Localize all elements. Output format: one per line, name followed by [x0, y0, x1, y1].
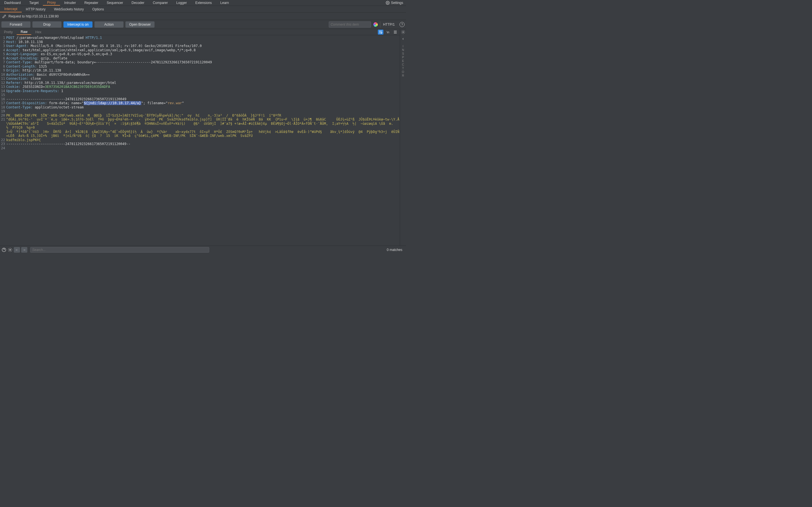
code-line[interactable]: 21^dÚÁi.b½"9i-' uvÍ¨º´´è,u ï@ê¤.5;1ñ7ò-3… [0, 117, 400, 130]
code-line[interactable]: 7Content-Type: multipart/form-data; boun… [0, 60, 400, 64]
settings-button[interactable]: Settings [383, 0, 406, 6]
intercept-toggle-button[interactable]: Intercept is on [63, 21, 93, 27]
bottom-bar: ← → 0 matches [0, 245, 406, 253]
line-number: 13 [0, 85, 6, 89]
line-number: 22 [0, 138, 6, 142]
highlight-color-picker[interactable] [373, 22, 378, 27]
line-content: Referer: http://10.10.11.138/;param=valu… [6, 81, 400, 85]
main-tab-decoder[interactable]: Decoder [128, 0, 149, 6]
line-number: 19 [0, 109, 6, 114]
line-number: 17 [0, 101, 6, 105]
code-line[interactable]: 14Upgrade-Insecure-Requests: 1 [0, 89, 400, 93]
code-line[interactable]: 4Accept: text/html,application/xhtml+xml… [0, 48, 400, 52]
main-tab-comparer[interactable]: Comparer [149, 0, 172, 6]
line-number: 5 [0, 52, 6, 56]
editor-view-tabs: PrettyRawHex \n [0, 29, 400, 35]
code-line[interactable]: 19 [0, 109, 400, 114]
code-line[interactable]: 1POST /;param=value/manager/html/upload … [0, 36, 400, 40]
wrap-toggle-icon[interactable] [378, 30, 384, 35]
open-browser-button[interactable]: Open Browser [125, 21, 154, 27]
code-line[interactable]: 11Connection: close [0, 76, 400, 81]
code-line[interactable]: 20PK $WEB-INF/PK SÏN¨·WEB-INF/web.xmlm M… [0, 114, 400, 118]
sub-tab-intercept[interactable]: Intercept [0, 6, 22, 12]
search-next-button[interactable]: → [21, 247, 28, 252]
editor-tab-pretty[interactable]: Pretty [0, 29, 17, 35]
code-line[interactable]: 8Content-Length: 1325 [0, 64, 400, 69]
code-line[interactable]: 9Origin: http://10.10.11.138 [0, 68, 400, 73]
code-line[interactable]: 16-----------------------------247811292… [0, 97, 400, 101]
edit-icon [2, 14, 6, 18]
line-content: Authorization: Basic dG9tY2F0OnRvbWNhdA=… [6, 73, 400, 77]
line-number: 18 [0, 105, 6, 110]
line-number [0, 130, 6, 138]
main-tab-target[interactable]: Target [25, 0, 43, 6]
line-number: 8 [0, 64, 6, 69]
code-line[interactable]: 3User-Agent: Mozilla/5.0 (Macintosh; Int… [0, 44, 400, 48]
settings-label: Settings [391, 1, 403, 5]
main-tab-intruder[interactable]: Intruder [60, 0, 80, 6]
line-content: -----------------------------24781129232… [6, 142, 400, 146]
gear-icon [386, 1, 390, 5]
help-icon[interactable] [1, 247, 6, 252]
main-tab-extensions[interactable]: Extensions [191, 0, 216, 6]
code-line[interactable]: 6Accept-Encoding: gzip, deflate [0, 56, 400, 61]
editor-tab-raw[interactable]: Raw [17, 29, 31, 35]
code-line[interactable]: 17Content-Disposition: form-data; name="… [0, 101, 400, 105]
code-line[interactable]: 3»Ü º)ºõâ^(´©ó3 )H> ÕRfÒ À÷] ¥åJB|8 çÄæ]… [0, 130, 400, 138]
line-content: Host: 10.10.11.138 [6, 40, 400, 44]
code-line[interactable]: 12Referer: http://10.10.11.138/;param=va… [0, 81, 400, 85]
line-content: ksdfmiblo.jspPK®{ [6, 138, 400, 142]
code-line[interactable]: 13Cookie: JSESSIONID=3E97356201BA3CB6239… [0, 85, 400, 89]
sub-tab-websockets-history[interactable]: WebSockets history [50, 6, 88, 12]
code-line[interactable]: 10Authorization: Basic dG9tY2F0OnRvbWNhd… [0, 73, 400, 77]
line-content: Accept-Language: es-ES,es;q=0.8,en-US;q=… [6, 52, 400, 56]
drop-button[interactable]: Drop [33, 21, 61, 27]
sub-tab-options[interactable]: Options [88, 6, 108, 12]
show-newlines-toggle[interactable]: \n [385, 30, 391, 35]
code-line[interactable]: 15 [0, 93, 400, 97]
code-line[interactable]: 23-----------------------------247811292… [0, 142, 400, 146]
code-line[interactable]: 22ksdfmiblo.jspPK®{ [0, 138, 400, 142]
line-number: 11 [0, 76, 6, 81]
editor-tab-hex[interactable]: Hex [31, 29, 45, 35]
sub-tab-http-history[interactable]: HTTP history [22, 6, 50, 12]
forward-button[interactable]: Forward [1, 21, 31, 27]
comment-input[interactable] [329, 21, 371, 27]
code-line[interactable]: 18Content-Type: application/octet-stream [0, 105, 400, 110]
main-tabs: DashboardTargetProxyIntruderRepeaterSequ… [0, 0, 406, 6]
code-line[interactable]: 24 [0, 146, 400, 151]
line-number: 14 [0, 89, 6, 93]
main-tab-repeater[interactable]: Repeater [80, 0, 102, 6]
line-number: 21 [0, 117, 6, 130]
line-content: Content-Type: application/octet-stream [6, 105, 400, 110]
main-tab-logger[interactable]: Logger [172, 0, 191, 6]
line-content: Upgrade-Insecure-Requests: 1 [6, 89, 400, 93]
line-content: Accept-Encoding: gzip, deflate [6, 56, 400, 61]
main-tab-learn[interactable]: Learn [216, 0, 233, 6]
line-number: 4 [0, 48, 6, 52]
line-number: 10 [0, 73, 6, 77]
settings-gear-icon[interactable] [8, 247, 13, 252]
line-number: 7 [0, 60, 6, 64]
match-count-label: 0 matches [387, 248, 405, 252]
request-editor[interactable]: 1POST /;param=value/manager/html/upload … [0, 35, 400, 245]
code-line[interactable]: 2Host: 10.10.11.138 [0, 40, 400, 44]
search-prev-button[interactable]: ← [14, 247, 20, 252]
search-input[interactable] [30, 247, 209, 252]
hamburger-menu-icon[interactable] [393, 30, 398, 35]
inspector-settings-icon[interactable] [401, 30, 405, 34]
inspector-expand-icon[interactable]: ‹ [402, 36, 404, 41]
main-tab-sequencer[interactable]: Sequencer [103, 0, 128, 6]
main-tab-dashboard[interactable]: Dashboard [0, 0, 25, 6]
http-version-label[interactable]: HTTP/1 [380, 21, 398, 27]
line-content: POST /;param=value/manager/html/upload H… [6, 36, 400, 40]
line-content: Cookie: JSESSIONID=3E97356201BA3CB62397D… [6, 85, 400, 89]
svg-point-1 [403, 32, 404, 33]
color-fan-icon [373, 22, 378, 27]
svg-point-0 [387, 2, 388, 3]
help-button[interactable]: ? [400, 22, 405, 27]
line-content: ^dÚÁi.b½"9i-' uvÍ¨º´´è,u ï@ê¤.5;1ñ7ò-3óÉ… [6, 117, 400, 130]
main-tab-proxy[interactable]: Proxy [43, 0, 60, 6]
code-line[interactable]: 5Accept-Language: es-ES,es;q=0.8,en-US;q… [0, 52, 400, 56]
action-button[interactable]: Action [94, 21, 123, 27]
